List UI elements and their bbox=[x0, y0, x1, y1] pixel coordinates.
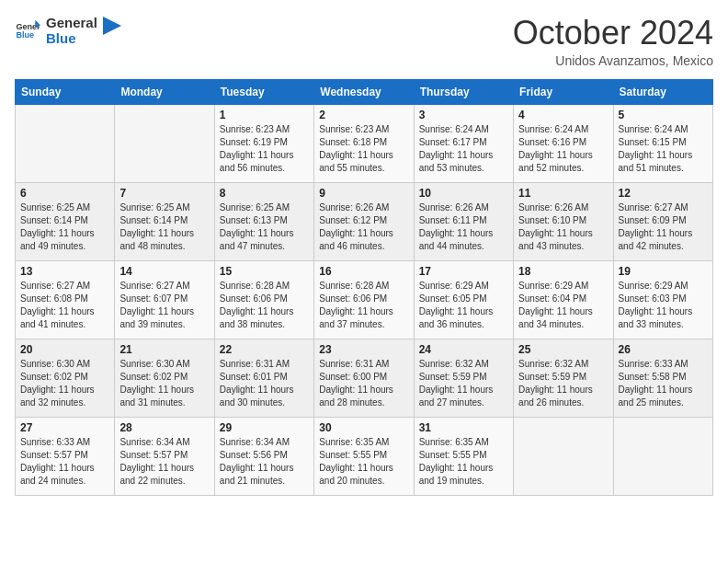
logo-blue: Blue bbox=[46, 30, 97, 46]
day-number: 30 bbox=[319, 421, 408, 434]
calendar-cell: 10Sunrise: 6:26 AMSunset: 6:11 PMDayligh… bbox=[414, 182, 513, 260]
calendar-cell: 1Sunrise: 6:23 AMSunset: 6:19 PMDaylight… bbox=[214, 104, 313, 182]
calendar-week-row: 27Sunrise: 6:33 AMSunset: 5:57 PMDayligh… bbox=[16, 417, 713, 495]
calendar-cell: 21Sunrise: 6:30 AMSunset: 6:02 PMDayligh… bbox=[115, 339, 214, 417]
calendar-cell: 27Sunrise: 6:33 AMSunset: 5:57 PMDayligh… bbox=[16, 417, 115, 495]
calendar-cell: 18Sunrise: 6:29 AMSunset: 6:04 PMDayligh… bbox=[514, 260, 613, 339]
day-number: 27 bbox=[20, 421, 109, 434]
day-number: 12 bbox=[619, 187, 708, 200]
calendar-cell: 6Sunrise: 6:25 AMSunset: 6:14 PMDaylight… bbox=[16, 182, 115, 260]
day-number: 3 bbox=[419, 109, 508, 121]
day-info: Sunrise: 6:30 AMSunset: 6:02 PMDaylight:… bbox=[119, 358, 209, 409]
calendar-cell bbox=[613, 417, 712, 495]
day-number: 23 bbox=[319, 343, 408, 356]
day-info: Sunrise: 6:33 AMSunset: 5:58 PMDaylight:… bbox=[619, 358, 708, 409]
calendar-cell: 30Sunrise: 6:35 AMSunset: 5:55 PMDayligh… bbox=[314, 417, 414, 495]
day-info: Sunrise: 6:26 AMSunset: 6:11 PMDaylight:… bbox=[419, 201, 508, 253]
calendar-cell: 24Sunrise: 6:32 AMSunset: 5:59 PMDayligh… bbox=[414, 339, 513, 417]
calendar-cell: 9Sunrise: 6:26 AMSunset: 6:12 PMDaylight… bbox=[314, 182, 414, 260]
day-info: Sunrise: 6:34 AMSunset: 5:57 PMDaylight:… bbox=[119, 436, 209, 488]
month-title: October 2024 bbox=[513, 15, 713, 52]
day-number: 1 bbox=[220, 109, 309, 121]
day-number: 25 bbox=[518, 343, 608, 356]
weekday-header: Saturday bbox=[613, 79, 712, 104]
calendar-cell: 12Sunrise: 6:27 AMSunset: 6:09 PMDayligh… bbox=[613, 182, 712, 260]
day-number: 22 bbox=[220, 343, 309, 356]
day-info: Sunrise: 6:24 AMSunset: 6:17 PMDaylight:… bbox=[419, 123, 508, 175]
calendar-cell: 20Sunrise: 6:30 AMSunset: 6:02 PMDayligh… bbox=[16, 339, 115, 417]
weekday-header: Monday bbox=[115, 79, 214, 104]
calendar-week-row: 6Sunrise: 6:25 AMSunset: 6:14 PMDaylight… bbox=[16, 182, 713, 260]
day-info: Sunrise: 6:24 AMSunset: 6:15 PMDaylight:… bbox=[619, 123, 708, 175]
calendar-cell: 15Sunrise: 6:28 AMSunset: 6:06 PMDayligh… bbox=[214, 260, 313, 339]
calendar-week-row: 1Sunrise: 6:23 AMSunset: 6:19 PMDaylight… bbox=[16, 104, 713, 182]
calendar-cell bbox=[16, 104, 115, 182]
calendar-cell: 8Sunrise: 6:25 AMSunset: 6:13 PMDaylight… bbox=[214, 182, 313, 260]
day-info: Sunrise: 6:27 AMSunset: 6:08 PMDaylight:… bbox=[20, 280, 109, 331]
day-info: Sunrise: 6:32 AMSunset: 5:59 PMDaylight:… bbox=[419, 358, 508, 409]
day-info: Sunrise: 6:29 AMSunset: 6:03 PMDaylight:… bbox=[619, 280, 708, 331]
calendar-cell: 13Sunrise: 6:27 AMSunset: 6:08 PMDayligh… bbox=[16, 260, 115, 339]
weekday-header: Tuesday bbox=[214, 79, 313, 104]
day-info: Sunrise: 6:29 AMSunset: 6:04 PMDaylight:… bbox=[518, 280, 608, 331]
day-number: 16 bbox=[319, 265, 408, 278]
svg-text:Blue: Blue bbox=[16, 31, 34, 40]
day-number: 6 bbox=[20, 187, 109, 200]
day-number: 15 bbox=[220, 265, 309, 278]
day-info: Sunrise: 6:28 AMSunset: 6:06 PMDaylight:… bbox=[220, 280, 309, 331]
logo-icon: General Blue bbox=[15, 17, 40, 43]
calendar-week-row: 20Sunrise: 6:30 AMSunset: 6:02 PMDayligh… bbox=[16, 339, 713, 417]
day-number: 26 bbox=[619, 343, 708, 356]
calendar-cell: 4Sunrise: 6:24 AMSunset: 6:16 PMDaylight… bbox=[514, 104, 613, 182]
calendar-cell: 16Sunrise: 6:28 AMSunset: 6:06 PMDayligh… bbox=[314, 260, 414, 339]
weekday-header: Thursday bbox=[414, 79, 513, 104]
day-info: Sunrise: 6:32 AMSunset: 5:59 PMDaylight:… bbox=[518, 358, 608, 409]
logo-general: General bbox=[46, 15, 97, 30]
day-info: Sunrise: 6:27 AMSunset: 6:07 PMDaylight:… bbox=[119, 280, 209, 331]
calendar-cell: 11Sunrise: 6:26 AMSunset: 6:10 PMDayligh… bbox=[514, 182, 613, 260]
day-number: 13 bbox=[20, 265, 109, 278]
calendar-cell: 5Sunrise: 6:24 AMSunset: 6:15 PMDaylight… bbox=[613, 104, 712, 182]
calendar-cell bbox=[514, 417, 613, 495]
day-number: 4 bbox=[518, 109, 608, 121]
calendar-cell: 22Sunrise: 6:31 AMSunset: 6:01 PMDayligh… bbox=[214, 339, 313, 417]
calendar-cell: 2Sunrise: 6:23 AMSunset: 6:18 PMDaylight… bbox=[314, 104, 414, 182]
day-number: 7 bbox=[119, 187, 209, 200]
day-number: 5 bbox=[619, 109, 708, 121]
day-info: Sunrise: 6:31 AMSunset: 6:00 PMDaylight:… bbox=[319, 358, 408, 409]
calendar-cell: 19Sunrise: 6:29 AMSunset: 6:03 PMDayligh… bbox=[613, 260, 712, 339]
day-info: Sunrise: 6:25 AMSunset: 6:14 PMDaylight:… bbox=[119, 201, 209, 253]
day-number: 19 bbox=[619, 265, 708, 278]
weekday-header: Wednesday bbox=[314, 79, 414, 104]
calendar-header-row: SundayMondayTuesdayWednesdayThursdayFrid… bbox=[16, 79, 713, 104]
day-info: Sunrise: 6:33 AMSunset: 5:57 PMDaylight:… bbox=[20, 436, 109, 488]
calendar-week-row: 13Sunrise: 6:27 AMSunset: 6:08 PMDayligh… bbox=[16, 260, 713, 339]
title-area: October 2024 Unidos Avanzamos, Mexico bbox=[513, 15, 713, 68]
day-info: Sunrise: 6:23 AMSunset: 6:18 PMDaylight:… bbox=[319, 123, 408, 175]
day-info: Sunrise: 6:29 AMSunset: 6:05 PMDaylight:… bbox=[419, 280, 508, 331]
day-info: Sunrise: 6:34 AMSunset: 5:56 PMDaylight:… bbox=[220, 436, 309, 488]
day-info: Sunrise: 6:31 AMSunset: 6:01 PMDaylight:… bbox=[220, 358, 309, 409]
day-number: 9 bbox=[319, 187, 408, 200]
day-number: 29 bbox=[220, 421, 309, 434]
calendar-cell: 26Sunrise: 6:33 AMSunset: 5:58 PMDayligh… bbox=[613, 339, 712, 417]
calendar-cell: 17Sunrise: 6:29 AMSunset: 6:05 PMDayligh… bbox=[414, 260, 513, 339]
day-info: Sunrise: 6:23 AMSunset: 6:19 PMDaylight:… bbox=[220, 123, 309, 175]
day-number: 31 bbox=[419, 421, 508, 434]
day-number: 10 bbox=[419, 187, 508, 200]
calendar-cell: 28Sunrise: 6:34 AMSunset: 5:57 PMDayligh… bbox=[115, 417, 214, 495]
day-number: 24 bbox=[419, 343, 508, 356]
location-subtitle: Unidos Avanzamos, Mexico bbox=[513, 53, 713, 68]
day-number: 11 bbox=[518, 187, 608, 200]
day-number: 18 bbox=[518, 265, 608, 278]
day-info: Sunrise: 6:25 AMSunset: 6:13 PMDaylight:… bbox=[220, 201, 309, 253]
calendar-cell: 23Sunrise: 6:31 AMSunset: 6:00 PMDayligh… bbox=[314, 339, 414, 417]
svg-marker-4 bbox=[103, 17, 121, 35]
calendar-cell: 25Sunrise: 6:32 AMSunset: 5:59 PMDayligh… bbox=[514, 339, 613, 417]
page-header: General Blue General Blue October 2024 U… bbox=[15, 15, 713, 68]
day-number: 17 bbox=[419, 265, 508, 278]
calendar-cell: 14Sunrise: 6:27 AMSunset: 6:07 PMDayligh… bbox=[115, 260, 214, 339]
calendar-cell: 3Sunrise: 6:24 AMSunset: 6:17 PMDaylight… bbox=[414, 104, 513, 182]
day-info: Sunrise: 6:30 AMSunset: 6:02 PMDaylight:… bbox=[20, 358, 109, 409]
day-number: 8 bbox=[220, 187, 309, 200]
